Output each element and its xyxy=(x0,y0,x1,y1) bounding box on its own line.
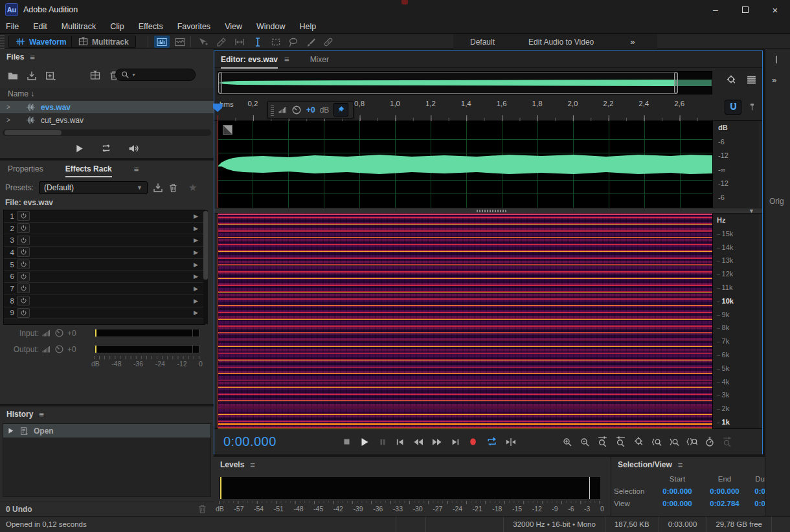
overview-left-handle[interactable] xyxy=(218,72,222,94)
menu-item[interactable]: File xyxy=(6,22,19,31)
tab-effects-rack[interactable]: Effects Rack xyxy=(65,164,112,177)
file-row[interactable]: > cut_evs.wav xyxy=(0,114,214,126)
slot-power-button[interactable] xyxy=(17,272,30,282)
spectral-display-toggle[interactable] xyxy=(154,36,170,48)
input-gain-knob[interactable] xyxy=(54,328,64,338)
overview-view-range[interactable] xyxy=(218,72,678,94)
history-panel-menu-icon[interactable]: ≡ xyxy=(39,410,44,419)
tab-mixer[interactable]: Mixer xyxy=(310,55,329,64)
slots-scrollbar-thumb[interactable] xyxy=(203,211,208,280)
insert-into-multitrack-icon[interactable] xyxy=(90,71,100,81)
favorite-star-icon[interactable]: ★ xyxy=(188,182,197,194)
record-button[interactable] xyxy=(468,437,478,447)
files-scrollbar-thumb[interactable] xyxy=(5,130,62,135)
play-button[interactable] xyxy=(359,437,370,447)
zoom-to-out-point-button[interactable] xyxy=(669,437,679,447)
overview-right-handle[interactable] xyxy=(674,72,678,94)
slot-arrow-icon[interactable]: ▶ xyxy=(194,285,198,292)
zoom-in-horizontal-button[interactable] xyxy=(562,437,572,447)
slot-arrow-icon[interactable]: ▶ xyxy=(194,273,198,280)
zoom-to-in-point-button[interactable] xyxy=(651,437,662,447)
open-file-icon[interactable] xyxy=(8,71,18,81)
add-marker-button[interactable] xyxy=(745,100,758,115)
razor-tool-button[interactable] xyxy=(214,36,229,48)
hud-gain-knob[interactable] xyxy=(291,105,302,115)
wave-spectral-splitter[interactable]: ▼ xyxy=(214,208,762,214)
import-file-icon[interactable] xyxy=(27,71,37,81)
workspace-default[interactable]: Default xyxy=(453,38,512,47)
slot-arrow-icon[interactable]: ▶ xyxy=(194,298,198,304)
slot-power-button[interactable] xyxy=(17,308,30,318)
save-preset-icon[interactable] xyxy=(153,183,163,193)
hud-pin-button[interactable] xyxy=(333,103,348,116)
presets-dropdown[interactable]: (Default) ▼ xyxy=(39,181,148,194)
files-autoplay-speaker-button[interactable] xyxy=(128,143,139,154)
multitrack-mode-button[interactable]: Multitrack xyxy=(71,36,136,48)
go-to-start-button[interactable] xyxy=(396,438,405,447)
files-search-input[interactable]: ▼ xyxy=(115,69,196,81)
minimize-button[interactable]: – xyxy=(701,0,730,19)
lasso-selection-tool-button[interactable] xyxy=(286,36,301,48)
levels-panel-menu-icon[interactable]: ≡ xyxy=(250,460,255,470)
history-item-open[interactable]: Open xyxy=(3,424,210,438)
slot-arrow-icon[interactable]: ▶ xyxy=(194,249,198,256)
zoom-out-full-button[interactable] xyxy=(615,436,626,447)
time-selection-tool-button[interactable] xyxy=(250,36,265,48)
go-to-end-button[interactable] xyxy=(451,438,460,447)
selection-end[interactable]: 0:00.000 xyxy=(701,487,749,495)
tab-editor[interactable]: Editor: evs.wav xyxy=(221,55,278,69)
close-button[interactable]: × xyxy=(760,0,790,19)
view-end[interactable]: 0:02.784 xyxy=(701,500,749,507)
menu-item[interactable]: Window xyxy=(256,22,285,31)
slot-arrow-icon[interactable]: ▶ xyxy=(194,225,198,232)
zoom-out-horizontal-button[interactable] xyxy=(580,437,590,447)
dock-expand-button[interactable]: » xyxy=(772,75,775,85)
frequency-scale[interactable]: Hz15k14k13k12k11k10k9k8k7k6k5k4k3k2k1k xyxy=(712,214,759,428)
files-loop-button[interactable] xyxy=(101,143,111,153)
dock-handle[interactable] xyxy=(776,56,777,63)
volume-hud[interactable]: +0 dB xyxy=(267,101,354,118)
files-play-button[interactable] xyxy=(74,144,84,153)
slot-power-button[interactable] xyxy=(17,283,30,293)
menu-item[interactable]: Help xyxy=(299,22,316,31)
zoom-navigate-icon[interactable] xyxy=(726,74,737,85)
effect-slot-row[interactable]: 6 ▶ xyxy=(4,271,205,283)
rewind-button[interactable] xyxy=(413,437,423,447)
marquee-selection-tool-button[interactable] xyxy=(268,36,284,48)
hud-grip[interactable] xyxy=(271,104,274,116)
effect-slot-row[interactable]: 7 ▶ xyxy=(4,283,205,295)
snap-toggle-button[interactable] xyxy=(725,100,741,115)
effect-slot-row[interactable]: 3 ▶ xyxy=(4,234,205,247)
selection-view-menu-icon[interactable]: ≡ xyxy=(678,460,683,470)
effect-slot-row[interactable]: 5 ▶ xyxy=(4,259,205,271)
effect-slot-row[interactable]: 2 ▶ xyxy=(4,223,205,235)
spectral-frequency-display[interactable] xyxy=(218,214,712,428)
effect-slot-row[interactable]: 1 ▶ xyxy=(4,210,205,223)
waveform-mode-button[interactable]: Waveform xyxy=(8,36,74,48)
slot-arrow-icon[interactable]: ▶ xyxy=(194,213,198,219)
effects-panel-menu-icon[interactable]: ≡ xyxy=(134,164,139,174)
timeline-ruler[interactable]: hms 0,20,40,60,81,01,21,41,61,82,02,22,4… xyxy=(214,98,762,121)
expand-chevron-icon[interactable]: > xyxy=(6,116,12,124)
paintbrush-selection-tool-button[interactable] xyxy=(303,36,319,48)
selection-start[interactable]: 0:00.000 xyxy=(654,487,701,495)
toolbar-grip[interactable] xyxy=(0,34,5,49)
slot-power-button[interactable] xyxy=(17,236,30,245)
file-row-selected[interactable]: > evs.wav xyxy=(0,101,214,113)
overview-waveform[interactable] xyxy=(218,71,712,94)
output-gain-knob[interactable] xyxy=(54,344,64,354)
slot-power-button[interactable] xyxy=(17,296,30,305)
files-panel-menu-icon[interactable]: ≡ xyxy=(30,52,35,62)
slot-arrow-icon[interactable]: ▶ xyxy=(194,261,198,268)
workspace-overflow-button[interactable]: » xyxy=(611,37,633,47)
menu-item[interactable]: Effects xyxy=(139,22,163,31)
menu-item[interactable]: Edit xyxy=(33,22,47,31)
slots-scrollbar[interactable] xyxy=(203,210,208,324)
menu-item[interactable]: Favorites xyxy=(177,22,210,31)
effect-slot-row[interactable]: 8 ▶ xyxy=(4,295,205,307)
slot-arrow-icon[interactable]: ▶ xyxy=(194,309,198,316)
menu-item[interactable]: Multitrack xyxy=(62,22,96,31)
workspace-edit-audio-to-video[interactable]: Edit Audio to Video xyxy=(512,38,611,47)
slot-power-button[interactable] xyxy=(17,247,30,257)
editor-panel-menu-icon[interactable]: ≡ xyxy=(284,54,289,64)
